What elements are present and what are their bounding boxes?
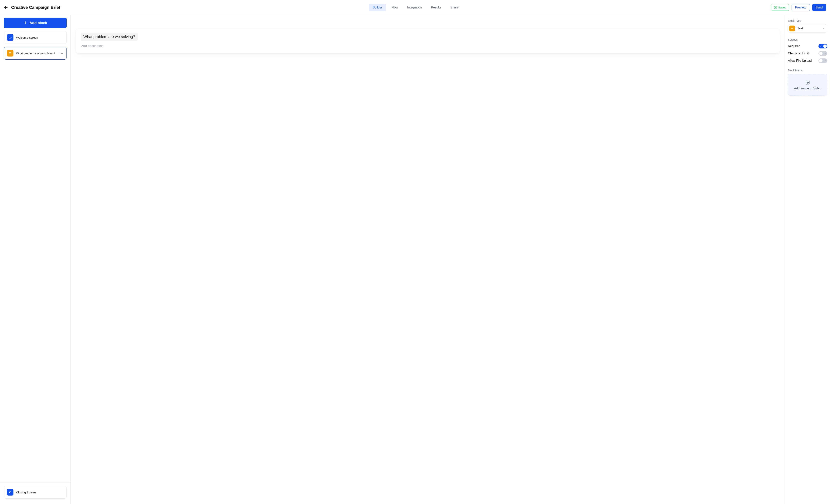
arrow-left-icon <box>4 5 8 10</box>
saved-badge: Saved <box>771 4 789 11</box>
sidebar: Add block Welcome Screen What problem ar… <box>0 15 71 504</box>
block-label: Closing Screen <box>16 491 64 494</box>
block-more-button[interactable] <box>59 52 64 54</box>
setting-char-limit: Character Limit ✕ <box>788 51 827 56</box>
toggle-file-upload[interactable]: ✕ <box>819 58 827 63</box>
media-drop-zone[interactable]: Add Image or Video <box>788 74 827 96</box>
setting-label: Required <box>788 44 800 48</box>
tab-results[interactable]: Results <box>427 4 445 11</box>
block-label: Welcome Screen <box>16 36 64 39</box>
add-block-button[interactable]: Add block <box>4 18 67 28</box>
setting-file-upload: Allow File Upload ✕ <box>788 58 827 63</box>
send-button[interactable]: Send <box>812 4 826 11</box>
media-drop-label: Add Image or Video <box>794 87 821 90</box>
tab-share[interactable]: Share <box>447 4 462 11</box>
block-item-question[interactable]: What problem are we solving? <box>4 47 67 60</box>
text-block-icon <box>7 50 13 57</box>
question-input[interactable]: What problem are we solving? <box>81 33 138 41</box>
right-panel: Block Type Text Settings Required <box>785 15 830 504</box>
x-icon: ✕ <box>824 60 826 62</box>
back-button[interactable] <box>4 5 8 10</box>
closing-icon <box>7 489 13 496</box>
check-circle-icon <box>774 6 777 9</box>
description-input[interactable]: Add description <box>81 44 775 48</box>
text-block-icon <box>789 26 795 31</box>
block-item-welcome[interactable]: Welcome Screen <box>4 31 67 44</box>
toggle-char-limit[interactable]: ✕ <box>819 51 827 56</box>
tab-integration[interactable]: Integration <box>403 4 425 11</box>
block-item-closing[interactable]: Closing Screen <box>4 486 67 499</box>
toggle-required[interactable] <box>819 44 827 49</box>
canvas: What problem are we solving? Add descrip… <box>71 15 785 504</box>
media-heading: Block Media <box>788 69 827 72</box>
block-type-value: Text <box>797 27 820 30</box>
saved-label: Saved <box>778 6 787 9</box>
block-type-heading: Block Type <box>788 19 827 22</box>
topbar-tabs: Builder Flow Integration Results Share <box>60 4 771 11</box>
plus-icon <box>24 21 27 25</box>
page-title: Creative Campaign Brief <box>11 5 60 10</box>
topbar: Creative Campaign Brief Builder Flow Int… <box>0 0 830 15</box>
x-icon: ✕ <box>824 53 826 54</box>
image-icon <box>806 81 810 85</box>
add-block-label: Add block <box>30 21 47 25</box>
tab-builder[interactable]: Builder <box>369 4 386 11</box>
tab-flow[interactable]: Flow <box>388 4 402 11</box>
block-type-select[interactable]: Text <box>788 24 827 33</box>
setting-label: Allow File Upload <box>788 59 812 62</box>
setting-required: Required <box>788 44 827 49</box>
question-card: What problem are we solving? Add descrip… <box>76 29 780 53</box>
chevron-down-icon <box>822 27 825 30</box>
welcome-icon <box>7 34 13 41</box>
settings-heading: Settings <box>788 38 827 41</box>
setting-label: Character Limit <box>788 52 809 55</box>
svg-point-1 <box>774 6 777 9</box>
check-icon <box>820 45 822 47</box>
block-label: What problem are we solving? <box>16 52 56 55</box>
svg-point-11 <box>807 82 807 83</box>
preview-button[interactable]: Preview <box>792 4 810 11</box>
